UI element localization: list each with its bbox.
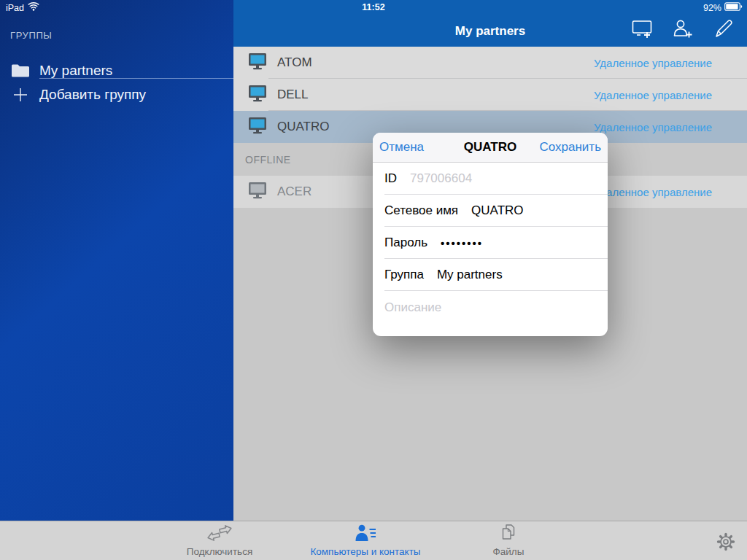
tab-label: Файлы [493,546,525,557]
id-input[interactable] [410,171,596,186]
remote-control-link[interactable]: Удаленное управление [594,121,712,133]
battery-percent: 92% [703,3,721,13]
network-name-field-row: Сетевое имя [373,195,608,227]
id-field-row: ID [373,163,608,195]
group-value: My partners [437,268,503,282]
plus-icon [10,86,31,104]
battery-icon [724,2,743,13]
save-button[interactable]: Сохранить [540,140,601,155]
tab-label: Компьютеры и контакты [310,546,420,557]
tab-files[interactable]: Файлы [472,524,545,557]
pencil-icon [713,18,734,41]
edit-button[interactable] [712,18,735,41]
groups-section-header: ГРУППЫ [10,30,52,41]
settings-button[interactable] [715,531,737,553]
computers-contacts-icon [354,524,377,545]
connect-arrows-icon [204,524,235,545]
id-label: ID [384,171,397,186]
computer-name: ATOM [277,55,312,70]
dialog-header: Отмена QUATRO Сохранить [373,133,608,163]
add-computer-button[interactable] [630,18,654,41]
password-input[interactable] [441,237,596,249]
gear-icon [715,544,737,555]
navbar-actions [630,18,735,41]
computer-offline-icon [248,182,267,202]
folder-icon [10,62,31,79]
remote-control-link[interactable]: Удаленное управление [594,89,712,101]
group-label: Группа [384,268,424,282]
tab-connect[interactable]: Подключиться [176,524,263,557]
description-field-row [373,291,608,336]
tab-label: Подключиться [187,546,252,557]
computer-row-dell[interactable]: DELL Удаленное управление [233,79,747,111]
network-name-input[interactable] [471,203,608,218]
password-field-row: Пароль [373,227,608,259]
add-group-button[interactable]: Добавить группу [0,79,233,111]
computer-name: QUATRO [277,120,329,134]
computer-online-icon [248,85,267,105]
sidebar-item-label: My partners [39,63,112,79]
remote-control-link[interactable]: Удаленное управление [594,57,712,69]
computer-row-atom[interactable]: ATOM Удаленное управление [233,47,747,79]
add-group-label: Добавить группу [39,87,146,103]
add-contact-button[interactable] [671,18,694,41]
clock: 11:52 [0,2,747,12]
description-input[interactable] [384,300,596,315]
app-screen: ГРУППЫ My partners Добавить группу My pa… [0,0,747,560]
remote-control-link[interactable]: Удаленное управление [594,186,712,198]
group-field-row[interactable]: Группа My partners [373,259,608,291]
add-computer-icon [631,18,653,41]
sidebar: ГРУППЫ My partners Добавить группу [0,0,233,521]
tab-bar: Подключиться Компьютеры и контакты Ф [0,521,747,560]
network-name-label: Сетевое имя [384,203,458,218]
offline-section-label: OFFLINE [245,154,291,166]
computer-online-icon [248,117,267,137]
tab-computers-contacts[interactable]: Компьютеры и контакты [300,524,431,557]
add-contact-icon [673,18,693,41]
status-bar: iPad 11:52 92% [0,0,747,15]
password-label: Пароль [384,236,427,250]
files-icon [498,524,519,545]
computer-online-icon [248,52,267,73]
computer-name: DELL [277,88,309,102]
edit-partner-dialog: Отмена QUATRO Сохранить ID Сетевое имя П… [373,133,608,336]
computer-name: ACER [277,184,311,199]
